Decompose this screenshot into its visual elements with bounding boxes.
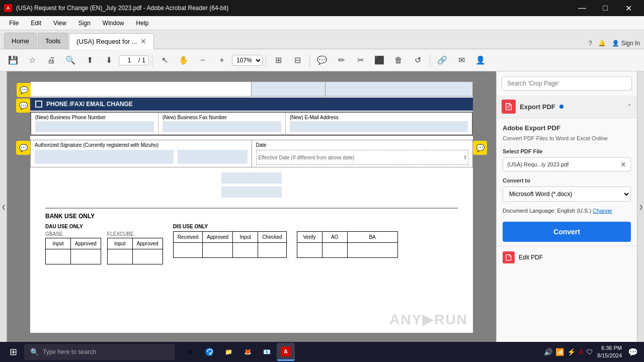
link-button[interactable]: 🔗 <box>433 52 451 69</box>
file-chip-close[interactable]: ✕ <box>620 160 626 168</box>
undo-button[interactable]: ↺ <box>409 52 427 69</box>
menu-view[interactable]: View <box>48 18 71 29</box>
gbase-approved-header: Approved <box>71 238 101 249</box>
hand-tool-button[interactable]: ✋ <box>175 52 193 69</box>
edit-pdf-section[interactable]: Edit PDF <box>497 246 637 268</box>
gbase-approved-cell[interactable] <box>71 249 101 264</box>
dis-approved-cell[interactable] <box>203 243 233 258</box>
verify-cell[interactable] <box>297 243 322 258</box>
phone-input[interactable] <box>35 121 154 132</box>
help-icon: ? <box>589 40 592 47</box>
marquee-button[interactable]: ⊟ <box>288 52 306 69</box>
tab-tools[interactable]: Tools <box>38 33 68 49</box>
outlook-app[interactable]: 📧 <box>258 343 276 361</box>
page-input[interactable] <box>122 57 136 64</box>
maximize-button[interactable]: □ <box>594 0 617 16</box>
bookmark-button[interactable]: ☆ <box>23 52 41 69</box>
bell-icon: 🔔 <box>598 40 606 47</box>
fax-input[interactable] <box>163 121 281 132</box>
signature-input-2[interactable] <box>178 150 247 164</box>
notifications-button[interactable]: 🔔 <box>598 40 606 47</box>
help-button[interactable]: ? <box>589 40 592 47</box>
left-panel-toggle[interactable]: ❮ <box>0 71 7 342</box>
menu-help[interactable]: Help <box>131 18 154 29</box>
comment-bubble-2[interactable]: 💬 <box>16 99 30 113</box>
ao-cell[interactable] <box>322 243 347 258</box>
dis-received-cell[interactable] <box>173 243 203 258</box>
tray-icon-1[interactable]: 🔊 <box>544 348 552 356</box>
email-input[interactable] <box>290 121 468 132</box>
ba-cell[interactable] <box>347 243 397 258</box>
file-chip: (USA) Requ...ly 2023.pdf ✕ <box>503 157 631 171</box>
taskbar-search-box[interactable]: 🔍 Type here to search <box>24 344 175 360</box>
flexcube-approved-cell[interactable] <box>132 249 163 264</box>
flexcube-input-cell[interactable] <box>107 249 132 264</box>
pdf-area[interactable]: 💬 PHONE /FAX/ EMAIL CHANGE 💬 <box>7 71 496 342</box>
tab-tools-label: Tools <box>45 37 60 45</box>
zoom-in-btn[interactable]: + <box>213 52 231 69</box>
system-clock[interactable]: 6:36 PM 8/15/2024 <box>597 344 622 360</box>
zoom-out-btn[interactable]: − <box>194 52 212 69</box>
start-button[interactable]: ⊞ <box>4 343 22 361</box>
zoom-select[interactable]: 107% 100% 75% 150% <box>232 55 263 66</box>
tab-home[interactable]: Home <box>4 33 37 49</box>
center-field-2[interactable] <box>221 187 282 198</box>
menu-sign[interactable]: Sign <box>73 18 96 29</box>
print-button[interactable]: 🖨 <box>42 52 60 69</box>
fit-page-button[interactable]: ⊞ <box>269 52 287 69</box>
next-page-button[interactable]: ⬇ <box>100 52 118 69</box>
firefox-app[interactable]: 🦊 <box>238 343 257 361</box>
edge-app[interactable] <box>200 343 218 361</box>
tab-doc[interactable]: (USA) Request for ... ✕ <box>69 33 154 49</box>
effective-date-placeholder[interactable]: Effective Date (If different from above … <box>259 155 355 160</box>
stamp-button[interactable]: ⬛ <box>370 52 388 69</box>
convert-button[interactable]: Convert <box>503 222 631 242</box>
comment-button[interactable]: 💬 <box>313 52 331 69</box>
menu-file[interactable]: File <box>4 18 24 29</box>
menu-window[interactable]: Window <box>98 18 129 29</box>
export-pdf-toggle[interactable]: Export PDF ⌃ <box>497 96 637 118</box>
file-explorer-app[interactable]: 📁 <box>219 343 237 361</box>
close-button[interactable]: ✕ <box>617 0 640 16</box>
zoom-out-button[interactable]: 🔍 <box>61 52 79 69</box>
menu-edit[interactable]: Edit <box>26 18 46 29</box>
page-navigator: / 1 <box>119 55 149 65</box>
prev-page-button[interactable]: ⬆ <box>80 52 99 69</box>
email-button[interactable]: ✉ <box>452 52 470 69</box>
tab-close-icon[interactable]: ✕ <box>140 37 146 45</box>
acrobat-app[interactable]: A <box>277 343 295 361</box>
signin-button[interactable]: 👤 Sign In <box>612 40 640 47</box>
verify-table: Verify AO BA <box>297 231 398 258</box>
tray-icon-3[interactable]: ⚡ <box>567 348 576 356</box>
center-field-1[interactable] <box>221 172 282 184</box>
tray-icon-acrobat[interactable]: A <box>579 348 583 356</box>
comment-bubble-3[interactable]: 💬 <box>16 141 30 155</box>
comment-bubble-1[interactable]: 💬 <box>17 83 31 97</box>
tab-doc-label: (USA) Request for ... <box>76 38 137 45</box>
tray-icon-2[interactable]: 📶 <box>555 348 564 356</box>
right-panel-toggle[interactable]: ❯ <box>637 71 644 342</box>
gbase-input-cell[interactable] <box>46 249 71 264</box>
date-section: Date Effective Date (If different from a… <box>252 140 473 167</box>
separator-3 <box>309 54 310 66</box>
comment-bubble-4[interactable]: 💬 <box>473 141 487 155</box>
save-button[interactable]: 💾 <box>4 52 22 69</box>
tray-icon-windows-security[interactable]: 🛡 <box>586 348 593 356</box>
export-pdf-label: Export PDF <box>520 103 555 111</box>
select-tool-button[interactable]: ↖ <box>155 52 174 69</box>
sidebar-search-input[interactable] <box>502 76 632 90</box>
signature-input[interactable] <box>35 150 174 164</box>
redact-button[interactable]: ✂ <box>351 52 369 69</box>
pen-button[interactable]: ✏ <box>332 52 350 69</box>
minimize-button[interactable]: — <box>571 0 594 16</box>
task-view-app[interactable]: ⧉ <box>181 343 199 361</box>
app-icon: A <box>4 4 12 12</box>
account-button[interactable]: 👤 <box>471 52 490 69</box>
convert-to-select[interactable]: Microsoft Word (*.docx)Microsoft Excel (… <box>503 187 631 202</box>
dis-input-cell[interactable] <box>233 243 258 258</box>
delete-button[interactable]: 🗑 <box>389 52 408 69</box>
notification-center[interactable]: 💬 <box>626 345 640 359</box>
email-field-cell: (New) E-Mail Address <box>286 113 472 134</box>
right-sidebar: Export PDF ⌃ Adobe Export PDF Convert PD… <box>496 71 637 342</box>
dis-checked-cell[interactable] <box>258 243 286 258</box>
